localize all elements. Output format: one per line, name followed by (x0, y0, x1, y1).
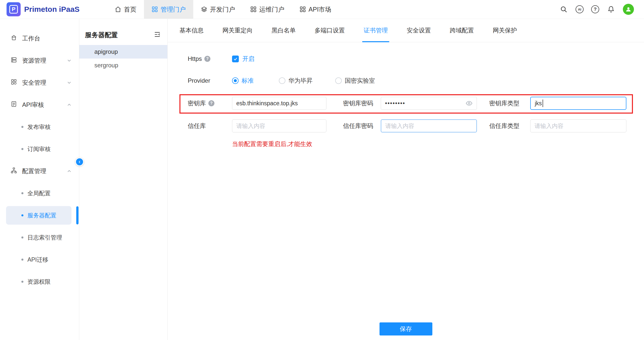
sidebar-item-global-config[interactable]: 全局配置 (0, 182, 79, 204)
keystore-row: 密钥库 esb.thinkinspace.top.jks 密钥库密码 •••••… (188, 97, 644, 110)
active-item-indicator (76, 206, 79, 224)
https-label-group: Https (188, 55, 232, 62)
bell-icon[interactable] (607, 5, 615, 14)
tab-gateway-protection[interactable]: 网关保护 (493, 19, 517, 42)
server-group-item[interactable]: apigroup (79, 45, 167, 59)
sidebar-item-label: 发布审核 (27, 123, 51, 131)
sidebar-item-publish-audit[interactable]: 发布审核 (0, 116, 79, 138)
bullet-icon (21, 281, 23, 283)
chevron-up-icon (66, 102, 72, 108)
tab-basic-info[interactable]: 基本信息 (179, 19, 204, 42)
bullet-icon (21, 236, 23, 238)
tab-gateway-redirect[interactable]: 网关重定向 (222, 19, 253, 42)
truststore-password-input[interactable]: 请输入内容 (381, 119, 477, 132)
provider-label-group: Provider (188, 77, 232, 84)
tab-bar: 基本信息 网关重定向 黑白名单 多端口设置 证书管理 安全设置 跨域配置 网关保… (168, 19, 644, 42)
keystore-value: esb.thinkinspace.top.jks (236, 100, 298, 107)
sidebar-item-label: 工作台 (22, 34, 40, 42)
sidebar-item-label: 配置管理 (22, 167, 46, 175)
truststore-password-label: 信任库密码 (343, 122, 381, 130)
save-button[interactable]: 保存 (380, 322, 432, 335)
sidebar-collapse-button[interactable]: ‹ (75, 158, 84, 166)
https-row: Https 开启 (188, 52, 644, 65)
server-group-label: sergroup (94, 62, 118, 69)
layers-icon (201, 6, 207, 13)
sidebar-item-subscribe-audit[interactable]: 订阅审核 (0, 138, 79, 160)
help-icon[interactable] (591, 5, 599, 13)
tab-label: 安全设置 (407, 26, 431, 34)
text-cursor (543, 100, 543, 107)
sidebar-item-label: API迁移 (27, 256, 48, 264)
https-enable-checkbox[interactable]: 开启 (232, 55, 254, 63)
provider-option-standard[interactable]: 标准 (232, 77, 254, 85)
sidebar-item-log-index[interactable]: 日志索引管理 (0, 226, 79, 249)
tab-label: 跨域配置 (450, 26, 474, 34)
brand-title: Primeton iPaaS (24, 5, 80, 14)
checkbox-checked-icon (232, 56, 239, 62)
server-config-panel: 服务器配置 apigroup sergroup (79, 19, 168, 340)
tab-label: 证书管理 (364, 26, 388, 34)
sidebar-item-label: 订阅审核 (27, 145, 51, 153)
nav-item-ops-portal[interactable]: 运维门户 (243, 0, 292, 19)
nav-item-home[interactable]: 首页 (107, 0, 144, 19)
sidebar-item-api-audit[interactable]: API审核 (0, 94, 79, 116)
sidebar-item-label: 全局配置 (27, 189, 51, 197)
search-icon[interactable] (559, 5, 568, 14)
keystore-password-input[interactable]: •••••••• (381, 97, 477, 110)
nav-item-api-market[interactable]: API市场 (292, 0, 339, 19)
sidebar-item-resource[interactable]: 资源管理 (0, 50, 79, 72)
org-tree-icon (11, 167, 17, 175)
certificate-form: Https 开启 Provider (168, 52, 644, 148)
top-header: P Primeton iPaaS 首页 管理门户 开发门户 (0, 0, 644, 19)
tab-cors-config[interactable]: 跨域配置 (450, 19, 474, 42)
truststore-input[interactable]: 请输入内容 (232, 119, 326, 132)
menu-fold-icon[interactable] (154, 31, 161, 39)
sidebar-item-label: API审核 (22, 101, 44, 109)
help-circle-icon[interactable] (204, 56, 210, 62)
radio-icon (335, 77, 342, 84)
sidebar-item-server-config[interactable]: 服务器配置 (0, 204, 79, 226)
tab-label: 黑白名单 (272, 26, 296, 34)
grid-icon (250, 6, 257, 13)
radio-label: 华为毕昇 (288, 77, 313, 85)
bullet-icon (21, 192, 23, 194)
server-group-item[interactable]: sergroup (79, 59, 167, 72)
provider-label: Provider (188, 77, 210, 84)
radio-checked-icon (232, 77, 239, 84)
workbench-icon (11, 34, 17, 42)
tab-multiport[interactable]: 多端口设置 (315, 19, 345, 42)
nav-item-label: 首页 (124, 5, 136, 14)
keystore-type-value: jks (535, 100, 542, 107)
sidebar-item-config-management[interactable]: 配置管理 (0, 160, 79, 182)
provider-option-huawei[interactable]: 华为毕昇 (279, 77, 313, 85)
keystore-type-input[interactable]: jks (530, 97, 626, 110)
tab-security-settings[interactable]: 安全设置 (407, 19, 431, 42)
sidebar-item-workbench[interactable]: 工作台 (0, 27, 79, 50)
keystore-password-value: •••••••• (385, 100, 405, 107)
nav-item-dev-portal[interactable]: 开发门户 (193, 0, 243, 19)
ai-assistant-icon[interactable] (576, 5, 584, 13)
app-root: P Primeton iPaaS 首页 管理门户 开发门户 (0, 0, 644, 340)
tab-certificate-management[interactable]: 证书管理 (364, 19, 388, 42)
panel-header: 服务器配置 (79, 25, 167, 45)
truststore-placeholder: 请输入内容 (236, 122, 265, 130)
keystore-password-label: 密钥库密码 (343, 99, 381, 107)
grid-icon (299, 6, 306, 13)
nav-item-admin-portal[interactable]: 管理门户 (144, 0, 193, 19)
eye-icon[interactable] (466, 100, 473, 107)
truststore-type-input[interactable]: 请输入内容 (530, 119, 626, 132)
sidebar-item-security[interactable]: 安全管理 (0, 72, 79, 94)
sidebar-item-resource-permission[interactable]: 资源权限 (0, 271, 79, 293)
help-circle-icon[interactable] (208, 100, 214, 106)
home-icon (115, 6, 121, 13)
sidebar-item-api-migration[interactable]: API迁移 (0, 249, 79, 271)
keystore-input[interactable]: esb.thinkinspace.top.jks (232, 97, 326, 110)
brand: P Primeton iPaaS (0, 2, 80, 16)
provider-option-guomi[interactable]: 国密实验室 (335, 77, 375, 85)
truststore-label-group: 信任库 (188, 122, 232, 130)
bullet-icon (21, 214, 23, 216)
user-avatar[interactable] (623, 4, 634, 15)
sidebar-item-label: 服务器配置 (27, 212, 56, 219)
tab-blacklist-whitelist[interactable]: 黑白名单 (272, 19, 296, 42)
provider-row: Provider 标准 华为毕昇 国密实验室 (188, 74, 644, 87)
